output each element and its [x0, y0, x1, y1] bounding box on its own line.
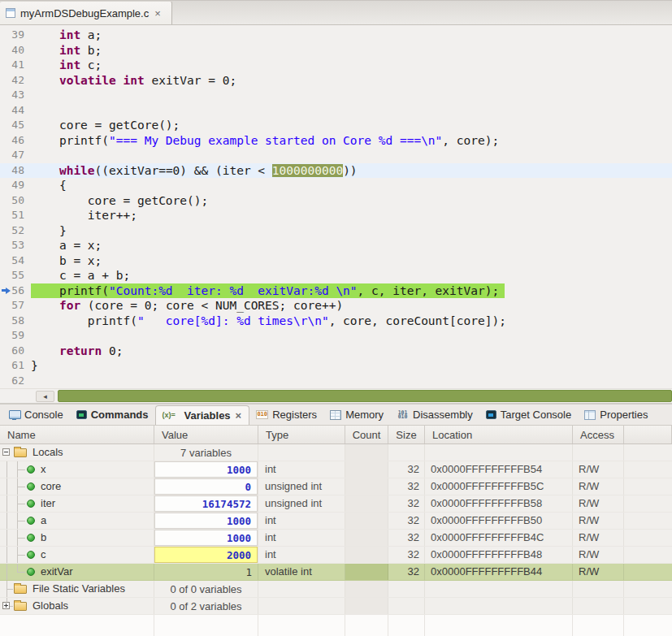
- size-cell: 32: [388, 495, 425, 512]
- line-number[interactable]: 57: [0, 298, 31, 314]
- value-cell: 1: [154, 564, 258, 580]
- name-cell: iter: [0, 495, 154, 512]
- access-cell: R/W: [573, 461, 624, 478]
- target-console-icon: [486, 410, 496, 419]
- type-cell: [258, 598, 345, 614]
- line-number[interactable]: 54: [0, 253, 31, 269]
- view-tabbar: ConsoleCommands(x)=Variables×010Register…: [0, 405, 672, 426]
- access-cell: R/W: [573, 478, 624, 495]
- column-header-access[interactable]: Access: [573, 426, 624, 443]
- table-row-core[interactable]: core0unsigned int320x0000FFFFFFFFFB5CR/W: [0, 478, 672, 495]
- code-area[interactable]: 39 int a;40 int b;41 int c;42 volatile i…: [0, 25, 672, 388]
- column-header-location[interactable]: Location: [425, 426, 573, 443]
- view-tab-registers[interactable]: 010Registers: [249, 405, 323, 425]
- variable-value: 1000: [227, 515, 251, 527]
- line-number[interactable]: 58: [0, 314, 31, 329]
- line-number[interactable]: 46: [0, 133, 31, 149]
- console-icon: [9, 410, 20, 420]
- scrollbar-thumb[interactable]: [58, 390, 672, 402]
- variable-name: exitVar: [41, 564, 73, 580]
- line-number[interactable]: 50: [0, 193, 31, 209]
- expand-icon[interactable]: [2, 602, 10, 609]
- folder-icon: [14, 448, 27, 457]
- tab-close-icon[interactable]: ×: [154, 7, 162, 19]
- tree-dash: [17, 469, 25, 470]
- code-line: 51 iter++;: [0, 208, 672, 223]
- table-row-iter[interactable]: iter16174572unsigned int320x0000FFFFFFFF…: [0, 495, 672, 513]
- table-row-x[interactable]: x1000int320x0000FFFFFFFFFB54R/W: [0, 461, 672, 478]
- table-row-c[interactable]: c2000int320x0000FFFFFFFFFB48R/W: [0, 547, 672, 564]
- column-header-name[interactable]: Name: [0, 426, 154, 443]
- variable-value: 1000: [227, 532, 251, 544]
- name-cell: a: [0, 513, 154, 529]
- value-cell: 1000: [154, 513, 258, 529]
- variable-value: 1000: [227, 464, 251, 476]
- line-number[interactable]: 42: [0, 73, 31, 89]
- tab-close-icon[interactable]: ×: [235, 409, 243, 422]
- value-cell: 1000: [154, 461, 258, 478]
- line-number[interactable]: 48: [0, 163, 31, 179]
- count-cell: [345, 530, 388, 546]
- line-number[interactable]: 62: [0, 374, 31, 389]
- table-row-file-static-variables[interactable]: File Static Variables0 of 0 variables: [0, 581, 672, 598]
- registers-icon: 010: [256, 410, 268, 419]
- type-cell: unsigned int: [258, 495, 345, 512]
- scroll-left-button[interactable]: ◂: [36, 391, 54, 402]
- column-header-count[interactable]: Count: [345, 426, 388, 443]
- table-row-b[interactable]: b1000int320x0000FFFFFFFFFB4CR/W: [0, 530, 672, 547]
- line-number[interactable]: 45: [0, 118, 31, 133]
- view-tab-properties[interactable]: Properties: [578, 405, 654, 425]
- view-tab-variables[interactable]: (x)=Variables×: [155, 405, 250, 426]
- type-cell: int: [258, 530, 345, 546]
- line-number[interactable]: 59: [0, 328, 31, 344]
- view-tab-console[interactable]: Console: [2, 405, 70, 425]
- line-number[interactable]: 52: [0, 223, 31, 239]
- access-cell: R/W: [573, 564, 624, 580]
- type-cell: int: [258, 513, 345, 529]
- variable-name: x: [41, 461, 46, 478]
- line-number[interactable]: 40: [0, 43, 31, 58]
- line-number[interactable]: 41: [0, 58, 31, 73]
- view-tab-memory[interactable]: Memory: [323, 405, 390, 425]
- size-cell: [388, 598, 425, 614]
- table-row-a[interactable]: a1000int320x0000FFFFFFFFFB50R/W: [0, 513, 672, 530]
- line-number[interactable]: 60: [0, 344, 31, 359]
- code-text: return 0;: [31, 344, 124, 359]
- location-cell: 0x0000FFFFFFFFFB4C: [425, 530, 573, 546]
- column-header-value[interactable]: Value: [154, 426, 258, 443]
- line-number[interactable]: 43: [0, 88, 31, 103]
- table-row-locals[interactable]: Locals7 variables: [0, 444, 672, 461]
- line-number[interactable]: 53: [0, 238, 31, 253]
- tree-dash: [7, 589, 13, 590]
- line-number[interactable]: 44: [0, 103, 31, 119]
- code-line: 58 printf(" core[%d]: %d times\r\n", cor…: [0, 314, 672, 329]
- line-number[interactable]: 47: [0, 148, 31, 163]
- column-header-size[interactable]: Size: [388, 426, 425, 443]
- variable-icon: [27, 534, 35, 542]
- code-text: int b;: [31, 43, 102, 58]
- editor-tab-title: myArmDSDebugExample.c: [20, 7, 149, 19]
- size-cell: 32: [388, 513, 425, 529]
- view-tab-commands[interactable]: Commands: [70, 405, 155, 425]
- line-number[interactable]: 61: [0, 358, 31, 374]
- collapse-icon[interactable]: [2, 448, 10, 456]
- line-number[interactable]: 39: [0, 28, 31, 43]
- variable-value: 0: [245, 481, 251, 493]
- view-tab-target-console[interactable]: Target Console: [479, 405, 578, 425]
- line-number[interactable]: 49: [0, 178, 31, 193]
- value-box: 2000: [154, 547, 258, 563]
- tree-line: [7, 564, 7, 580]
- editor-tab-myArmDSDebugExample[interactable]: myArmDSDebugExample.c ×: [0, 1, 172, 24]
- column-header-type[interactable]: Type: [258, 426, 345, 443]
- code-line: 52 }: [0, 223, 672, 239]
- line-number[interactable]: 55: [0, 268, 31, 283]
- size-cell: 32: [388, 478, 425, 495]
- access-cell: [573, 444, 624, 461]
- variable-icon: [27, 500, 35, 508]
- view-tab-disassembly[interactable]: 101010Disassembly: [390, 405, 479, 425]
- type-cell: int: [258, 461, 345, 478]
- table-row-exitvar[interactable]: exitVar1volatile int320x0000FFFFFFFFFB44…: [0, 564, 672, 581]
- line-number[interactable]: 51: [0, 208, 31, 223]
- size-cell: 32: [388, 547, 425, 563]
- table-row-globals[interactable]: Globals0 of 2 variables: [0, 598, 672, 615]
